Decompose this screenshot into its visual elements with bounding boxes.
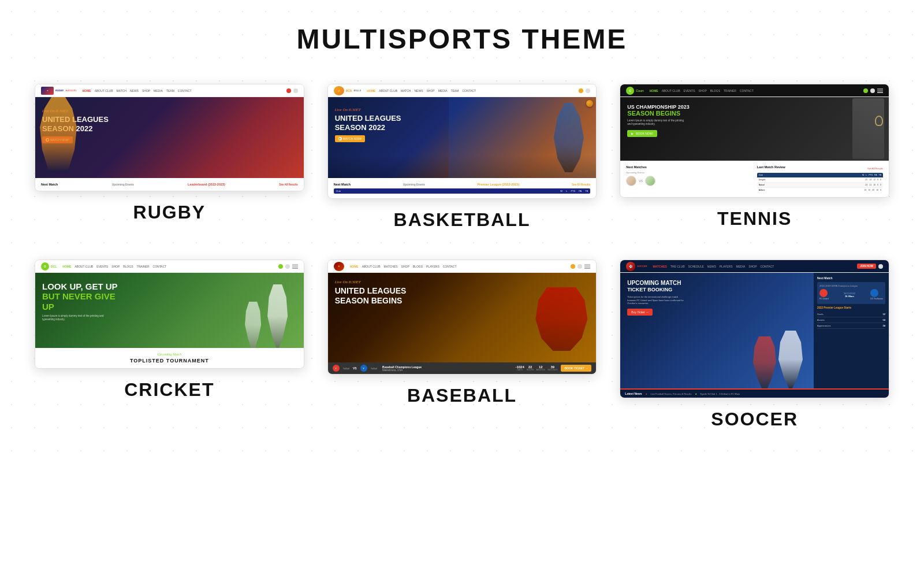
soccer-preview[interactable]: ⚽ SOCCER MATCHES THE CLUB SCHEDULE NEWS … <box>620 260 889 398</box>
cricket-hero-desc: Lorem Ipsum is simply dummy text of the … <box>42 314 106 322</box>
basketball-nav-links: HOME ABOUT CLUB MATCH NEWS SHOP MEDIA TE… <box>367 89 476 92</box>
rugby-nav: ✦ RUGBY AVENGERS HOME ABOUT CLUB MATCH N… <box>35 84 304 97</box>
tennis-book-btn[interactable]: ▶ BOOK NOW! <box>627 130 657 137</box>
menu-icon <box>877 88 883 93</box>
soccer-stats: Goals 12 Assists 54 Appearances 34 <box>817 312 885 329</box>
rugby-nav-icons <box>286 88 298 93</box>
cricket-nav: D DCL HOME ABOUT CLUB EVENTS SHOP BLOGS … <box>35 260 304 273</box>
cricket-player2 <box>243 302 263 348</box>
cricket-nav-links: HOME ABOUT CLUB EVENTS SHOP BLOGS TRAINE… <box>62 265 166 268</box>
soccer-next-match-label: Next Match <box>817 276 885 280</box>
player2-avatar <box>645 176 655 186</box>
basketball-nav: ⚡ BCB BULLS HOME ABOUT CLUB MATCH NEWS S… <box>328 84 597 97</box>
cricket-label: CRICKET <box>124 379 214 401</box>
soccer-nav-links: MATCHES THE CLUB SCHEDULE NEWS PLAYERS M… <box>653 265 774 268</box>
match-countdown: -1024 DAYS 22 HOURS 12 MINUTES <box>515 365 557 371</box>
news1: Live Football Scores, Fixtures & Results <box>651 392 692 395</box>
cart-icon <box>286 88 291 93</box>
cart-icon <box>579 88 583 93</box>
cricket-hero-title-line1: LOOK UP, GET UP <box>42 281 129 291</box>
cricket-nav-icons <box>278 264 298 269</box>
user-icon <box>285 264 290 269</box>
soccer-player2-figure <box>750 336 779 388</box>
bball-hero-title: UNITED LEAGUES SEASON 2022 <box>335 114 401 132</box>
baseball-nav-icons <box>571 264 590 269</box>
rugby-label: RUGBY <box>133 202 206 223</box>
baseball-live-badge: Live On 8:30ET <box>335 280 590 284</box>
globe-icon <box>278 264 283 269</box>
player1-avatar <box>626 176 636 186</box>
rugby-preview[interactable]: ✦ RUGBY AVENGERS HOME ABOUT CLUB MATCH N… <box>35 84 304 191</box>
tennis-nav: C Court HOME ABOUT CLUB EVENTS SHOP BLOG… <box>620 84 889 97</box>
tennis-preview[interactable]: C Court HOME ABOUT CLUB EVENTS SHOP BLOG… <box>620 84 889 198</box>
baseball-match-bar: Y YuBull VS Y YuBull Baseball Champions … <box>328 362 597 374</box>
buy-ticket-btn[interactable]: Buy Ticket → <box>627 309 652 316</box>
baseball-label: BASEBALL <box>407 385 517 406</box>
cart-icon <box>571 264 575 269</box>
menu-icon <box>878 264 883 269</box>
bball-nav-icons <box>579 88 590 93</box>
soccer-hero-left: Upcoming Match Ticket Booking Ticket pri… <box>620 273 814 388</box>
soccer-bottom-bar: Latest News ● Live Football Scores, Fixt… <box>620 388 889 398</box>
tennis-bottom: Next Matches Upcoming Events VS <box>620 161 889 197</box>
soccer-match-info: 2022-2023 UEFA Champions League FC Unite… <box>817 282 885 304</box>
rugby-hero: Live On 8:30ET UNITED LEAGUES SEASON 202… <box>35 97 304 178</box>
team1-logo: Y <box>333 365 340 372</box>
baseball-hero: Live On 8:30ET UNITED LEAGUES SEASON BEG… <box>328 273 597 362</box>
soccer-nav: ⚽ SOCCER MATCHES THE CLUB SCHEDULE NEWS … <box>620 260 889 273</box>
cricket-tournament: TOPLISTED TOURNAMENT <box>41 358 298 364</box>
tennis-championship: US CHAMPIONSHIP 2023 <box>627 104 702 110</box>
page-title: MULTISPORTS THEME <box>35 23 889 55</box>
soccer-upcoming-title: Upcoming Match <box>627 280 807 287</box>
see-all-results[interactable]: See All Results <box>867 167 883 170</box>
soccer-league2-label: 2022 Premier League Starts <box>817 306 885 309</box>
soccer-teams-row: FC United 24/11/2022 10:00am CD Teofisma… <box>819 289 883 300</box>
rugby-bottom: Next Match Upcoming Events Leaderboard (… <box>35 178 304 191</box>
tennis-hero: US CHAMPIONSHIP 2023 SEASON BEGINS Lorem… <box>620 97 889 161</box>
join-now-btn[interactable]: JOIN NOW <box>857 264 876 269</box>
baseball-card: ★ HOME ABOUT CLUB MATCHES SHOP BLOGS PLA… <box>327 260 597 430</box>
cricket-bottom: Upcoming Match TOPLISTED TOURNAMENT <box>35 348 304 368</box>
tennis-desc: Lorem Ipsum is simply dummy text of the … <box>627 119 685 127</box>
tennis-player-figure <box>852 98 884 159</box>
tennis-season: SEASON BEGINS <box>627 110 702 117</box>
user-icon <box>870 88 875 93</box>
tennis-next-matches: Next Matches Upcoming Events VS <box>626 165 752 192</box>
user-icon <box>293 88 298 93</box>
baseball-nav-links: HOME ABOUT CLUB MATCHES SHOP BLOGS PLAYE… <box>350 265 457 268</box>
sports-grid: ✦ RUGBY AVENGERS HOME ABOUT CLUB MATCH N… <box>35 84 889 430</box>
stat-goals: Goals 12 <box>817 312 885 317</box>
book-ticket-btn[interactable]: BOOK TICKET → <box>561 365 591 372</box>
user-icon <box>578 264 582 269</box>
bball-hero: Live On 8:30ET UNITED LEAGUES SEASON 202… <box>328 97 597 178</box>
soccer-player1-figure <box>773 331 808 388</box>
soccer-nav-icons: JOIN NOW <box>857 264 883 269</box>
baseball-nav: ★ HOME ABOUT CLUB MATCHES SHOP BLOGS PLA… <box>328 260 597 273</box>
cricket-preview[interactable]: D DCL HOME ABOUT CLUB EVENTS SHOP BLOGS … <box>35 260 304 369</box>
stat-appearances: Appearances 34 <box>817 323 885 329</box>
soccer-hero-desc: Ticket prices for the international chal… <box>627 295 685 305</box>
cricket-hero-title-line2: BUT NEVER GIVE UP <box>42 291 129 312</box>
soccer-card: ⚽ SOCCER MATCHES THE CLUB SCHEDULE NEWS … <box>620 260 889 430</box>
team2-logo <box>870 289 878 297</box>
cricket-player1 <box>263 284 292 348</box>
globe-icon <box>863 88 868 93</box>
bball-hero-text: Live On 8:30ET UNITED LEAGUES SEASON 202… <box>335 108 401 142</box>
vs-text: VS <box>639 179 643 183</box>
cricket-upcoming: Upcoming Match <box>41 353 298 356</box>
rugby-nav-links: HOME ABOUT CLUB MATCH NEWS SHOP MEDIA TE… <box>83 89 192 92</box>
latest-news-label: Latest News <box>625 392 642 395</box>
basketball-preview[interactable]: ⚡ BCB BULLS HOME ABOUT CLUB MATCH NEWS S… <box>327 84 597 199</box>
bball-live-badge: Live On 8:30ET <box>335 108 401 112</box>
tennis-last-match: Last Match Review See All Results Club W… <box>757 165 883 192</box>
bball-watch-btn[interactable]: WATCH NOW! <box>335 135 366 142</box>
cricket-hero: LOOK UP, GET UP BUT NEVER GIVE UP Lorem … <box>35 273 304 348</box>
cricket-card: D DCL HOME ABOUT CLUB EVENTS SHOP BLOGS … <box>35 260 304 430</box>
basketball-label: BASKETBALL <box>394 209 531 231</box>
team2-logo: Y <box>360 365 367 372</box>
rugby-card: ✦ RUGBY AVENGERS HOME ABOUT CLUB MATCH N… <box>35 84 304 231</box>
rugby-match-row: Next Match Upcoming Events Leaderboard (… <box>41 183 298 186</box>
menu-icon <box>292 264 298 269</box>
baseball-preview[interactable]: ★ HOME ABOUT CLUB MATCHES SHOP BLOGS PLA… <box>327 260 597 375</box>
page-container: MULTISPORTS THEME ✦ RUGBY AVENGERS <box>0 0 924 465</box>
